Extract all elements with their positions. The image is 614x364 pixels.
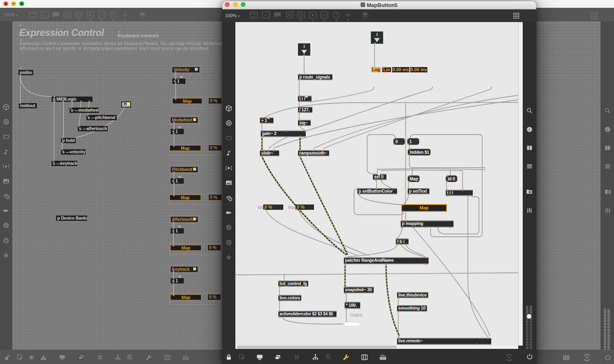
svg-text:m: m [264, 13, 267, 17]
